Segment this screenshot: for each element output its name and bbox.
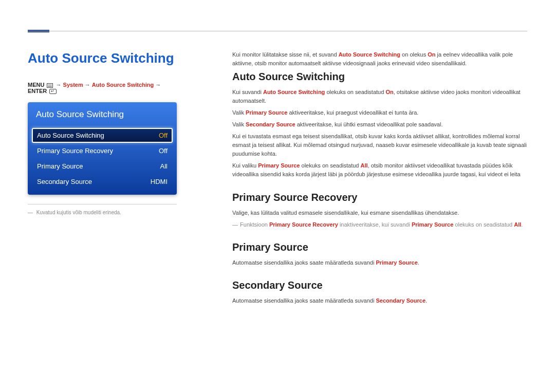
paragraph: Automaatse sisendallika jaoks saate määr… [232,258,527,267]
breadcrumb-arrow: → [56,82,62,88]
osd-row-value: Off [159,132,168,139]
osd-row-value: Off [159,147,168,155]
heading-primary-source: Primary Source [232,241,527,253]
breadcrumb: MENU → System → Auto Source Switching → … [28,82,177,94]
top-divider [28,31,527,31]
osd-menu-row-auto-source-switching[interactable]: Auto Source Switching Off [32,128,173,143]
paragraph: Kui suvandi Auto Source Switching olekuk… [232,88,527,105]
left-column: Auto Source Switching MENU → System → Au… [28,50,177,215]
heading-primary-source-recovery: Primary Source Recovery [232,192,527,203]
note-row: ― Funktsioon Primary Source Recovery ina… [232,220,527,229]
osd-row-label: Auto Source Switching [37,132,104,139]
right-column: Kui monitor lülitatakse sisse nii, et su… [232,50,527,308]
footnote-text: Kuvatud kujutis võib mudeliti erineda. [36,210,121,215]
breadcrumb-arrow: → [85,82,90,88]
enter-icon [49,89,57,94]
paragraph: Valik Secondary Source aktiveeritakse, k… [232,120,527,129]
paragraph: Valige, kas lülitada valitud esmasele si… [232,209,527,217]
osd-row-value: HDMI [151,178,168,185]
footnote: ― Kuvatud kujutis võib mudeliti erineda. [28,210,177,215]
intro-paragraph: Kui monitor lülitatakse sisse nii, et su… [232,50,527,68]
osd-row-label: Primary Source Recovery [37,147,113,155]
menu-icon [47,83,53,88]
paragraph: Kui ei tuvastata esmast ega teisest sise… [232,132,527,158]
breadcrumb-menu: MENU [28,82,44,88]
breadcrumb-arrow: → [155,82,161,88]
note-dash: ― [232,220,238,229]
left-divider [28,204,177,204]
osd-menu-rows: Auto Source Switching Off Primary Source… [28,126,177,195]
osd-row-value: All [160,162,168,170]
osd-row-label: Primary Source [37,162,83,170]
osd-menu-row-primary-source-recovery[interactable]: Primary Source Recovery Off [32,143,173,158]
breadcrumb-system: System [63,82,83,88]
paragraph: Valik Primary Source aktiveeritakse, kui… [232,108,527,117]
heading-auto-source-switching: Auto Source Switching [232,71,527,83]
osd-menu-row-secondary-source[interactable]: Secondary Source HDMI [32,174,173,189]
heading-secondary-source: Secondary Source [232,279,527,291]
osd-menu-header: Auto Source Switching [28,102,177,126]
osd-menu-panel: Auto Source Switching Auto Source Switch… [28,102,177,195]
page-title: Auto Source Switching [28,50,177,66]
osd-row-label: Secondary Source [37,178,92,185]
paragraph: Automaatse sisendallika jaoks saate määr… [232,296,527,305]
osd-menu-row-primary-source[interactable]: Primary Source All [32,159,173,174]
breadcrumb-enter: ENTER [28,88,47,94]
footnote-dash: ― [28,210,33,215]
paragraph: Kui valiku Primary Source olekuks on sea… [232,161,527,179]
breadcrumb-feature: Auto Source Switching [92,82,154,88]
